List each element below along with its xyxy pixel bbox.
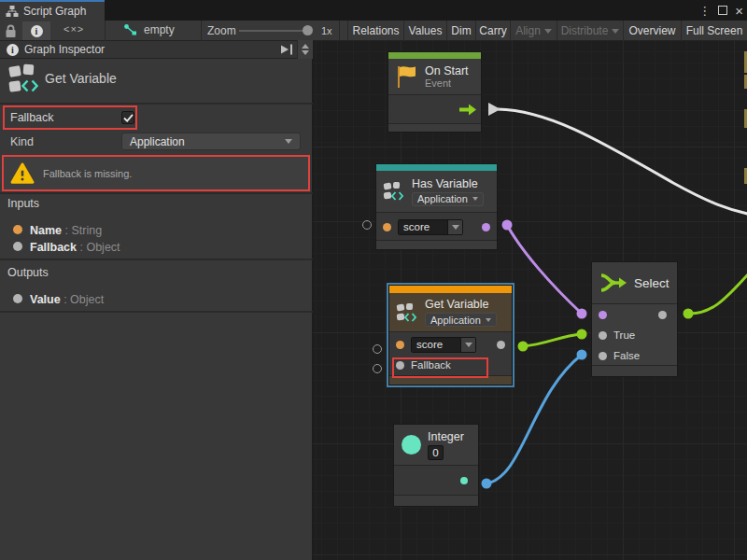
toolbar: i <×> empty Zoom 1x Relations Values Dim… <box>0 21 747 41</box>
input-row-fallback: Fallback : Object <box>13 238 120 255</box>
tab-script-graph[interactable]: Script Graph <box>0 0 105 21</box>
panel-scroll-arrows[interactable] <box>297 40 313 59</box>
zoom-slider-track[interactable] <box>239 30 312 32</box>
wire-end-dot[interactable] <box>502 220 513 231</box>
fallback-highlight-rect <box>3 105 137 130</box>
fullscreen-button[interactable]: Full Screen <box>681 21 747 41</box>
unconnected-port-indicator[interactable] <box>362 220 372 230</box>
zoom-slider-knob[interactable] <box>303 25 313 35</box>
wire-getvar-select[interactable] <box>523 334 582 346</box>
inputs-title: Inputs <box>7 197 39 210</box>
wire-end-dot[interactable] <box>577 350 587 360</box>
wire-end-dot[interactable] <box>684 309 694 319</box>
port-dot-gray <box>13 242 22 251</box>
align-button[interactable]: Align <box>510 21 557 41</box>
wire-end-dot[interactable] <box>577 309 587 319</box>
unit-icon <box>9 63 41 97</box>
unconnected-port-indicator[interactable] <box>373 344 382 354</box>
warning-text: Fallback is missing. <box>43 168 132 179</box>
port-dot-orange <box>13 225 22 234</box>
kind-label: Kind <box>10 135 34 148</box>
code-chevrons-icon <box>21 79 38 92</box>
port-dot-gray <box>13 294 22 303</box>
info-icon: i <box>7 44 19 56</box>
input-row-name: Name : String <box>13 221 102 238</box>
distribute-button[interactable]: Distribute <box>557 21 623 41</box>
relations-button[interactable]: Relations <box>347 21 403 41</box>
kind-value: Application <box>130 135 285 148</box>
graph-reference[interactable]: empty <box>123 23 175 36</box>
dim-button[interactable]: Dim <box>446 21 475 41</box>
wire-start-arrow[interactable] <box>488 103 500 116</box>
code-view-icon[interactable]: <×> <box>63 23 84 35</box>
warning-box: Fallback is missing. <box>2 155 310 191</box>
unconnected-port-indicator[interactable] <box>373 364 382 373</box>
graph-inspector-title: Graph Inspector <box>24 43 105 56</box>
kind-dropdown[interactable]: Application <box>121 133 301 150</box>
outputs-title: Outputs <box>7 266 49 279</box>
inspect-toggle-button[interactable]: i <box>22 21 50 40</box>
info-icon: i <box>31 25 43 37</box>
output-row-value: Value : Object <box>13 290 104 307</box>
chevron-down-icon <box>285 139 292 144</box>
scroll-down-icon[interactable] <box>302 50 309 55</box>
fallback-port-highlight-rect <box>392 357 488 378</box>
title-bar: Script Graph ⋮ × <box>0 0 747 21</box>
graph-ref-label: empty <box>144 23 175 36</box>
graph-canvas[interactable]: On Start Event Has Variable <box>313 41 747 560</box>
zoom-value: 1x <box>321 25 332 36</box>
graph-inspector-header: i Graph Inspector <box>0 41 313 59</box>
values-button[interactable]: Values <box>403 21 446 41</box>
overview-button[interactable]: Overview <box>623 21 681 41</box>
unit-title: Get Variable <box>45 71 117 86</box>
maximize-icon[interactable] <box>718 6 727 15</box>
chevron-down-icon <box>612 29 619 34</box>
graph-inspector-panel: Get Variable Fallback Kind Application F… <box>0 59 313 560</box>
close-icon[interactable]: × <box>735 4 743 18</box>
warning-icon <box>10 162 35 185</box>
wire-hasvar-select[interactable] <box>507 225 582 314</box>
scroll-up-icon[interactable] <box>302 44 309 49</box>
wire-end-dot[interactable] <box>482 479 492 489</box>
zoom-label: Zoom <box>207 24 236 37</box>
tab-title: Script Graph <box>23 5 86 18</box>
wire-onstart[interactable] <box>498 109 747 215</box>
window-controls: ⋮ × <box>698 0 743 21</box>
window-menu-icon[interactable]: ⋮ <box>698 5 711 17</box>
script-graph-icon <box>6 5 19 18</box>
wires-layer <box>313 41 747 560</box>
wire-select-out[interactable] <box>688 273 747 314</box>
carry-button[interactable]: Carry <box>475 21 510 41</box>
chevron-down-icon <box>544 29 552 34</box>
wire-end-dot[interactable] <box>518 342 529 352</box>
popout-icon[interactable] <box>280 44 294 55</box>
lock-icon[interactable] <box>5 24 17 38</box>
wire-end-dot[interactable] <box>577 329 587 340</box>
wire-integer-select[interactable] <box>486 355 582 483</box>
graph-link-icon <box>123 23 138 36</box>
